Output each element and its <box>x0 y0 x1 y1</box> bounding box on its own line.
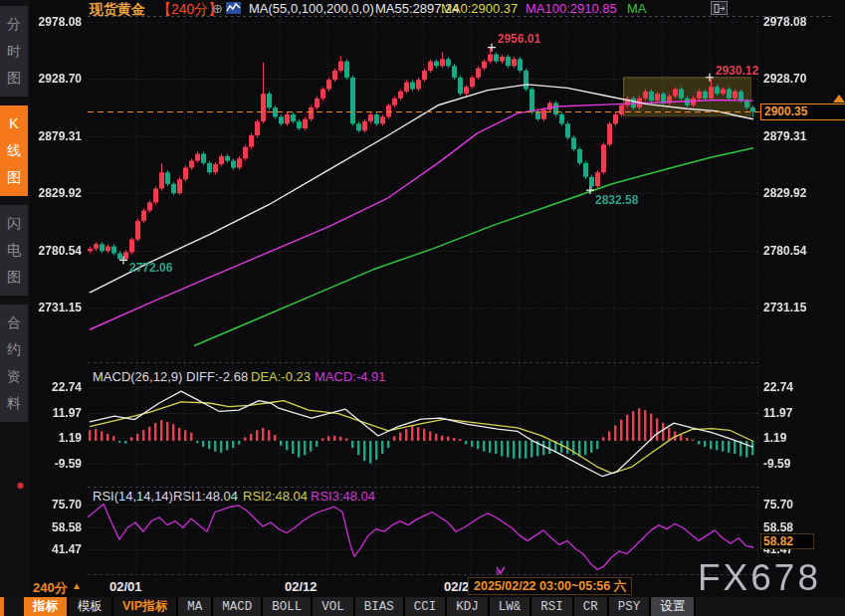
sidebar: 分时图K线图闪电图合约资料 <box>0 0 30 597</box>
toolbar-button-3[interactable]: MA <box>178 597 213 616</box>
toolbar-button-5[interactable]: BOLL <box>263 597 313 616</box>
toolbar-button-11[interactable]: RSI <box>531 597 574 616</box>
sidebar-tab-contract-info[interactable]: 合约资料 <box>0 305 28 422</box>
toolbar-button-9[interactable]: KDJ <box>447 597 490 616</box>
toolbar-button-13[interactable]: PSY <box>609 597 652 616</box>
toolbar-button-0[interactable]: 指标 <box>24 597 69 616</box>
toolbar-accent-bar <box>0 597 4 616</box>
current-price-tag: 2900.35 <box>760 103 845 120</box>
toolbar-button-6[interactable]: VOL <box>313 597 355 616</box>
kline-app: 分时图K线图闪电图合约资料 现货黄金 【240分】 ⊕ MA(55,0,100,… <box>0 0 845 616</box>
sidebar-tab-lightning[interactable]: 闪电图 <box>0 205 28 296</box>
toolbar-button-8[interactable]: CCI <box>405 597 448 616</box>
chart-canvas[interactable] <box>0 0 845 616</box>
toolbar-button-4[interactable]: MACD <box>213 597 263 616</box>
toolbar-button-10[interactable]: LW& <box>490 597 532 616</box>
sidebar-tab-timeline[interactable]: 分时图 <box>0 6 28 97</box>
toolbar-button-12[interactable]: CR <box>574 597 609 616</box>
toolbar-button-14[interactable]: 设置 <box>651 597 696 616</box>
indicator-toolbar: 指标模板VIP指标MAMACDBOLLVOLBIASCCIKDJLW&RSICR… <box>0 597 845 616</box>
rsi-value-tag: 58.82 <box>760 533 814 549</box>
toolbar-button-1[interactable]: 模板 <box>69 597 113 616</box>
toolbar-button-7[interactable]: BIAS <box>355 597 405 616</box>
brand-watermark: FX678 <box>698 557 821 599</box>
live-dot-icon[interactable]: ✹ <box>16 480 25 493</box>
toolbar-button-2[interactable]: VIP指标 <box>113 597 178 616</box>
sidebar-tab-kline[interactable]: K线图 <box>0 105 28 196</box>
